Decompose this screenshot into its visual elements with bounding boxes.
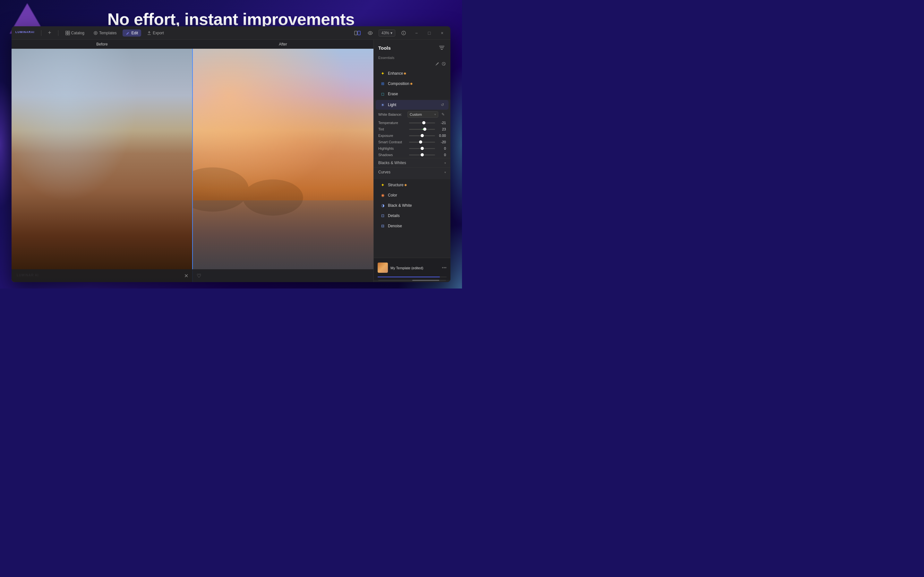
panel-spacer	[374, 231, 451, 258]
wb-edit-button[interactable]: ✎	[440, 111, 446, 117]
exposure-slider-row: Exposure 0.00	[374, 132, 451, 139]
denoise-icon: ⊟	[380, 223, 385, 229]
tint-slider-row: Tint 23	[374, 126, 451, 132]
color-label: Color	[388, 193, 444, 197]
template-item: My Template (edited) •••	[378, 261, 447, 275]
curves-label: Curves	[378, 170, 444, 174]
reject-icon[interactable]: ✕	[182, 272, 190, 279]
title-bar-divider-2	[58, 30, 58, 36]
smart-contrast-track[interactable]	[409, 142, 435, 143]
template-more-button[interactable]: •••	[442, 265, 447, 270]
wb-value: Custom	[410, 113, 422, 116]
panel-header: Tools	[374, 40, 451, 55]
wb-chevron-icon: ▾	[435, 113, 436, 116]
highlights-track[interactable]	[409, 148, 435, 149]
denoise-label: Denoise	[388, 224, 444, 228]
catalog-button[interactable]: Catalog	[62, 29, 87, 37]
add-button[interactable]: +	[45, 29, 54, 37]
highlights-thumb[interactable]	[421, 147, 424, 150]
exposure-track[interactable]	[409, 135, 435, 136]
template-bar: My Template (edited) •••	[374, 258, 451, 280]
template-thumbnail	[378, 263, 388, 273]
light-header-row[interactable]: ☀ Light ↺	[376, 100, 449, 110]
svg-point-9	[403, 32, 404, 32]
photo-before	[11, 49, 192, 282]
highlights-slider-row: Highlights 0	[374, 145, 451, 152]
black-white-icon: ◑	[380, 203, 385, 208]
bottom-bar: ✕ ♡	[11, 269, 373, 282]
before-label: Before	[11, 40, 192, 49]
wb-select[interactable]: Custom ▾	[407, 111, 438, 118]
exposure-value: 0.00	[437, 134, 446, 137]
blacks-whites-chevron-icon: ▾	[444, 161, 446, 165]
title-bar-controls: 43% ▾ − □ ×	[353, 29, 447, 37]
svg-rect-1	[68, 31, 69, 33]
minimize-button[interactable]: −	[412, 29, 421, 37]
structure-label: Structure✱	[388, 183, 444, 187]
highlights-label: Highlights	[378, 147, 407, 150]
shadows-slider-row: Shadows 0	[374, 152, 451, 158]
shadows-value: 0	[437, 153, 446, 157]
tint-track[interactable]	[409, 129, 435, 130]
temperature-label: Temperature	[378, 121, 407, 125]
tool-row-composition[interactable]: ⊞ Composition✱	[376, 79, 449, 89]
before-after-bar: Before After	[11, 40, 373, 49]
template-name: My Template (edited)	[391, 266, 423, 270]
close-button[interactable]: ×	[438, 29, 447, 37]
main-area: Before After	[11, 40, 451, 282]
smart-contrast-thumb[interactable]	[419, 140, 422, 143]
view-toggle-button[interactable]	[353, 29, 362, 37]
curves-chevron-icon: ▾	[444, 171, 446, 174]
blacks-whites-row[interactable]: Blacks & Whites ▾	[374, 158, 451, 167]
exposure-thumb[interactable]	[421, 134, 424, 137]
tool-row-details[interactable]: ⊡ Details	[376, 211, 449, 221]
headline-section: No effort, instant improvements	[0, 10, 462, 29]
composition-icon: ⊞	[380, 81, 385, 86]
brush-tool-button[interactable]	[435, 61, 439, 67]
wb-label: White Balance:	[378, 113, 405, 116]
panel-scrollbar[interactable]	[378, 280, 446, 281]
tool-row-enhance[interactable]: ✦ Enhance✱	[376, 69, 449, 78]
shadows-track[interactable]	[409, 155, 435, 155]
panel-title: Tools	[378, 45, 391, 51]
tool-row-structure[interactable]: ✦ Structure✱	[376, 180, 449, 190]
eye-button[interactable]	[366, 29, 375, 37]
highlights-value: 0	[437, 147, 446, 150]
curves-row[interactable]: Curves ▾	[374, 167, 451, 177]
svg-rect-0	[66, 31, 67, 33]
edit-button[interactable]: Edit	[123, 29, 142, 37]
temperature-thumb[interactable]	[422, 121, 425, 124]
tool-row-erase[interactable]: ◻ Erase	[376, 89, 449, 99]
shadows-thumb[interactable]	[421, 153, 424, 156]
history-button[interactable]	[441, 61, 446, 67]
light-reset-icon[interactable]: ↺	[441, 103, 444, 107]
panel-filter-button[interactable]	[438, 44, 446, 52]
details-label: Details	[388, 213, 444, 218]
canvas-area: Before After	[11, 40, 373, 282]
templates-button[interactable]: Templates	[90, 29, 120, 37]
title-bar: LUMINARAI + Catalog Templates Edit Expor…	[11, 26, 451, 40]
black-white-label: Black & White	[388, 203, 444, 208]
enhance-label: Enhance✱	[388, 71, 444, 76]
tint-label: Tint	[378, 127, 407, 131]
zoom-control[interactable]: 43% ▾	[379, 29, 395, 37]
info-button[interactable]	[399, 29, 408, 37]
photo-before-inner	[11, 49, 192, 282]
essentials-label: Essentials	[374, 55, 451, 61]
split-line[interactable]	[192, 49, 193, 282]
smart-contrast-slider-row: Smart Contrast -20	[374, 139, 451, 145]
template-progress-fill	[378, 277, 440, 277]
export-button[interactable]: Export	[144, 29, 167, 37]
tint-value: 23	[437, 127, 446, 131]
favorite-icon[interactable]: ♡	[195, 272, 203, 279]
tool-row-color[interactable]: ◉ Color	[376, 190, 449, 200]
tool-row-black-white[interactable]: ◑ Black & White	[376, 201, 449, 210]
headline-text: No effort, instant improvements	[0, 10, 462, 29]
panel-scrollbar-thumb	[412, 280, 439, 281]
maximize-button[interactable]: □	[425, 29, 434, 37]
structure-icon: ✦	[380, 182, 385, 187]
tool-row-denoise[interactable]: ⊟ Denoise	[376, 221, 449, 231]
temperature-track[interactable]	[409, 122, 435, 123]
tint-thumb[interactable]	[423, 127, 426, 131]
template-info: My Template (edited)	[391, 265, 439, 271]
